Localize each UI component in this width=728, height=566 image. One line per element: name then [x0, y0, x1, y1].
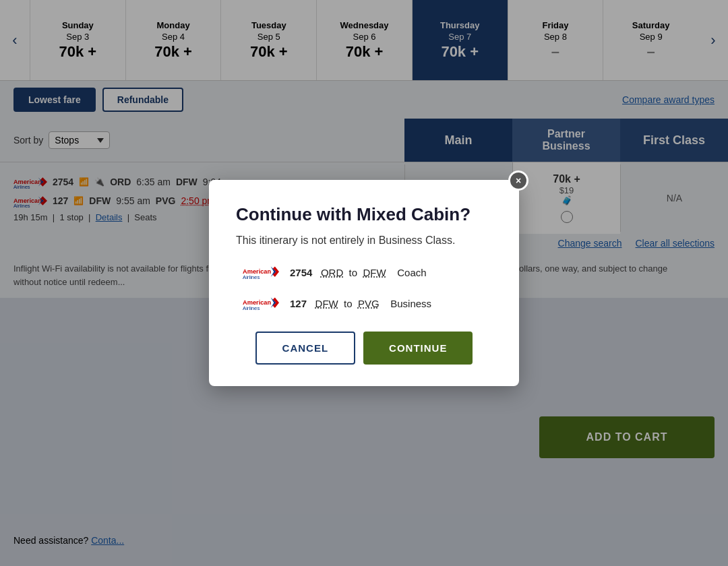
svg-text:Airlines: Airlines — [243, 305, 260, 311]
modal-close-button[interactable]: × — [508, 170, 528, 191]
modal-flight-row-1: American Airlines 2754 ORD to DFW Coach — [236, 263, 492, 282]
modal-aa-logo-2: American Airlines — [243, 294, 279, 313]
svg-marker-10 — [273, 267, 279, 277]
modal-flight-2-from: DFW — [315, 298, 338, 309]
modal-flight-2-info: 127 DFW to PVG Business — [290, 298, 431, 309]
modal-flight-2-num: 127 — [290, 298, 307, 309]
background-page: ‹ Sunday Sep 3 70k + Monday Sep 4 70k + … — [0, 0, 728, 566]
modal-flight-2-to: PVG — [358, 298, 380, 309]
modal-aa-logo-1: American Airlines — [243, 263, 279, 282]
modal-title: Continue with Mixed Cabin? — [236, 204, 492, 225]
modal-flight-1-from: ORD — [321, 267, 343, 278]
modal-continue-button[interactable]: CONTINUE — [363, 332, 473, 365]
modal-flight-1-info: 2754 ORD to DFW Coach — [290, 267, 427, 278]
svg-text:Airlines: Airlines — [243, 274, 260, 280]
modal-flight-1-num: 2754 — [290, 267, 312, 278]
mixed-cabin-modal: × Continue with Mixed Cabin? This itiner… — [209, 180, 519, 386]
modal-flight-row-2: American Airlines 127 DFW to PVG Busines… — [236, 294, 492, 313]
modal-description: This itinerary is not entirely in Busine… — [236, 234, 492, 247]
svg-marker-14 — [273, 298, 279, 308]
modal-buttons: CANCEL CONTINUE — [236, 332, 492, 365]
modal-flight-1-cabin: Coach — [397, 267, 426, 278]
modal-flight-2-cabin: Business — [390, 298, 431, 309]
modal-flight-1-to: DFW — [363, 267, 386, 278]
modal-cancel-button[interactable]: CANCEL — [255, 332, 356, 365]
